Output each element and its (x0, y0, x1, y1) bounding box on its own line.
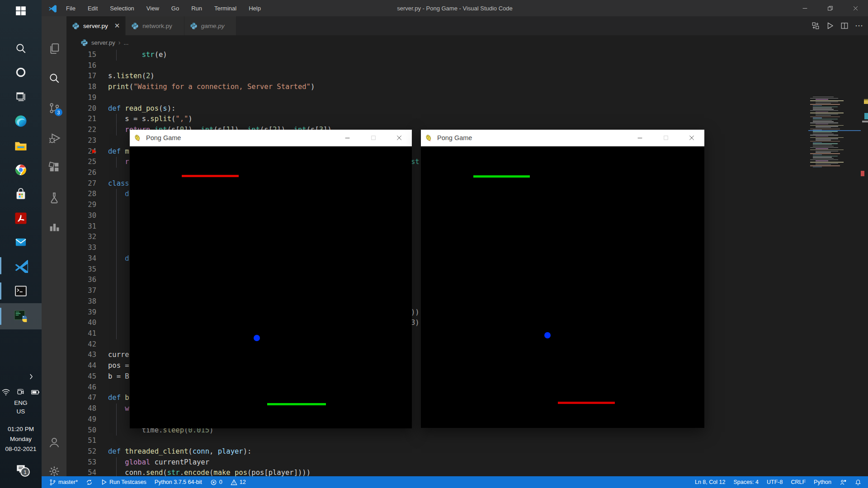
clock-time[interactable]: 01:20 PM (0, 426, 42, 432)
taskbar-edge[interactable] (0, 111, 42, 131)
line-number[interactable]: 41 (66, 328, 96, 339)
tab-network.py[interactable]: network.py (126, 16, 184, 35)
pong-maximize-button[interactable] (360, 130, 386, 146)
menu-selection[interactable]: Selection (110, 5, 134, 12)
tray-expand-chevron[interactable] (0, 373, 42, 381)
line-number[interactable]: 27 (66, 178, 96, 189)
pong-close-button[interactable] (679, 130, 704, 146)
line-number[interactable]: 36 (66, 275, 96, 286)
line-number[interactable]: 38 (66, 296, 96, 307)
input-language[interactable]: ENG (0, 399, 42, 406)
menu-help[interactable]: Help (249, 5, 261, 12)
taskbar-task-view[interactable] (0, 87, 42, 107)
taskbar-store[interactable] (0, 184, 42, 204)
wifi-icon[interactable] (1, 388, 11, 397)
taskbar-python-app[interactable] (0, 306, 42, 326)
line-number[interactable]: 26 (66, 168, 96, 178)
line-number[interactable]: 42 (66, 339, 96, 350)
line-number[interactable]: 28 (66, 189, 96, 200)
chart-extension-icon[interactable] (42, 215, 66, 238)
taskbar-vscode[interactable] (0, 256, 42, 276)
start-button[interactable] (0, 1, 42, 21)
line-number[interactable]: 37 (66, 286, 96, 296)
taskbar-cortana[interactable] (0, 62, 42, 82)
tab-game.py[interactable]: game.py (184, 16, 237, 35)
line-number[interactable]: 16 (66, 61, 96, 71)
taskbar-acrobat[interactable] (0, 208, 42, 228)
taskbar-file-explorer[interactable] (0, 136, 42, 155)
line-number[interactable]: 30 (66, 211, 96, 221)
line-number[interactable]: 43 (66, 350, 96, 361)
taskbar-terminal[interactable] (0, 281, 42, 301)
split-editor-icon[interactable] (840, 22, 849, 30)
encoding[interactable]: UTF-8 (763, 476, 787, 488)
pong-maximize-button[interactable] (653, 130, 679, 146)
line-number[interactable]: 22 (66, 125, 96, 136)
clock-date[interactable]: 08-02-2021 (0, 446, 42, 452)
vscode-titlebar[interactable]: FileEditSelectionViewGoRunTerminalHelp s… (42, 0, 868, 16)
line-number[interactable]: 23 (66, 136, 96, 146)
cursor-position[interactable]: Ln 8, Col 12 (691, 476, 729, 488)
source-control-icon[interactable] (42, 97, 66, 119)
restore-button[interactable] (817, 0, 843, 16)
line-number[interactable]: 46 (66, 382, 96, 393)
menu-go[interactable]: Go (171, 5, 179, 12)
line-number[interactable]: 25 (66, 157, 96, 168)
pong-titlebar[interactable]: Pong Game (130, 130, 412, 146)
python-interpreter[interactable]: Python 3.7.5 64-bit (151, 476, 206, 488)
language-mode[interactable]: Python (810, 476, 835, 488)
line-number[interactable]: 47 (66, 393, 96, 404)
git-branch-status[interactable]: master* (45, 476, 82, 488)
clock-day[interactable]: Monday (0, 436, 42, 442)
line-number[interactable]: 48 (66, 404, 96, 414)
search-icon[interactable] (42, 67, 66, 89)
taskbar-mail[interactable] (0, 232, 42, 252)
more-actions-icon[interactable]: ⋯ (855, 21, 863, 31)
feedback[interactable] (835, 476, 851, 488)
notifications[interactable] (851, 476, 865, 488)
run-file-icon[interactable] (826, 22, 834, 30)
line-number[interactable]: 53 (66, 457, 96, 468)
line-number[interactable]: 29 (66, 200, 96, 211)
open-changes-icon[interactable] (811, 22, 820, 30)
tab-server.py[interactable]: server.py✕ (66, 16, 126, 35)
input-region[interactable]: US (0, 408, 42, 415)
battery-icon[interactable] (30, 388, 41, 397)
line-number[interactable]: 54 (66, 468, 96, 476)
meet-now-icon[interactable] (15, 388, 25, 397)
eol[interactable]: CRLF (787, 476, 810, 488)
line-number[interactable]: 32 (66, 232, 96, 243)
line-number[interactable]: 15 (66, 50, 96, 61)
line-number[interactable]: 33 (66, 243, 96, 253)
minimap[interactable] (808, 50, 861, 476)
line-number[interactable]: 19 (66, 93, 96, 103)
pong-close-button[interactable] (386, 130, 412, 146)
pong-minimize-button[interactable] (627, 130, 653, 146)
pong-minimize-button[interactable] (335, 130, 360, 146)
explorer-icon[interactable] (42, 37, 66, 60)
line-number[interactable]: 21 (66, 114, 96, 125)
taskbar-search[interactable] (0, 38, 42, 58)
warning-count[interactable]: 12 (226, 476, 250, 488)
sync-status[interactable] (82, 476, 97, 488)
line-number[interactable]: 39 (66, 307, 96, 318)
line-number[interactable]: 44 (66, 361, 96, 371)
line-number[interactable]: 34 (66, 253, 96, 264)
account-icon[interactable] (42, 431, 66, 454)
line-number[interactable]: 35 (66, 264, 96, 275)
run-and-debug-icon[interactable] (42, 127, 66, 149)
line-number[interactable]: 31 (66, 221, 96, 232)
menu-file[interactable]: File (66, 5, 75, 12)
menu-view[interactable]: View (146, 5, 159, 12)
close-button[interactable] (843, 0, 868, 16)
line-number[interactable]: 51 (66, 436, 96, 446)
minimize-button[interactable] (792, 0, 817, 16)
line-number[interactable]: 52 (66, 446, 96, 457)
line-number[interactable]: 18 (66, 82, 96, 93)
action-center-icon[interactable]: 1 (0, 463, 42, 474)
menu-run[interactable]: Run (191, 5, 202, 12)
breadcrumb[interactable]: server.py › ... (66, 35, 868, 50)
menu-edit[interactable]: Edit (88, 5, 98, 12)
line-number[interactable]: 50 (66, 425, 96, 436)
testing-icon[interactable] (42, 186, 66, 209)
